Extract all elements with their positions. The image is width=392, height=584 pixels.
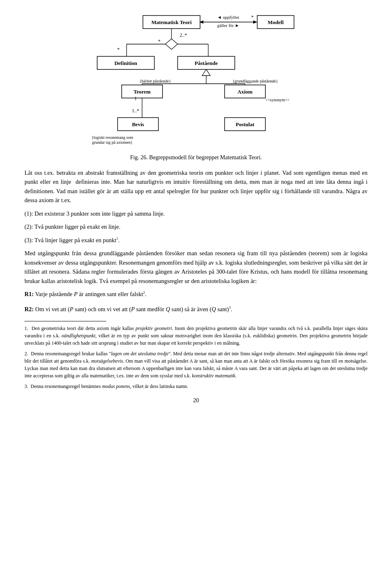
para2: Med utgångspunkt från dessa grundläggand… [24,249,368,285]
footnote-1: 1. Den geometriska teori där detta axiom… [24,325,368,347]
svg-text:1..*: 1..* [132,108,139,114]
footnote-divider [24,321,106,321]
r1-sup: 2 [143,290,145,294]
diagram-container: Matematisk Teori Modell ◄ uppfyller gäll… [24,12,368,147]
svg-text:gäller för ►: gäller för ► [217,23,239,28]
svg-text:<<synonym>>: <<synonym>> [265,98,290,102]
rule-r1: R1: Varje påstående P är antingen sant e… [24,290,368,299]
svg-text:2..*: 2..* [180,32,187,38]
svg-text:Definition: Definition [114,60,137,66]
svg-text:*: * [117,47,120,52]
fig-caption: Fig. 26. Begreppsmodell för begreppet Ma… [24,154,368,161]
svg-text:Bevis: Bevis [132,121,144,127]
r2-sup: 3 [229,305,231,310]
axiom3: (3): Två linjer ligger på exakt en punkt… [24,236,368,245]
footnote-3: 3. Denna resonemangsregel benämnes modus… [24,383,368,390]
axiom2: (2): Två punkter ligger på exakt en linj… [24,222,368,231]
axiom3-sup: 1 [116,236,118,241]
svg-text:Postulat: Postulat [236,121,254,127]
svg-text:1: 1 [134,96,137,101]
svg-marker-11 [165,39,178,49]
svg-text:{logiskt resonemang som: {logiskt resonemang som [91,135,133,140]
page-number: 20 [24,397,368,404]
svg-marker-24 [202,69,210,76]
footnotes: 1. Den geometriska teori där detta axiom… [24,325,368,390]
svg-text:*: * [251,14,254,20]
svg-text:Modell: Modell [268,19,284,25]
body-text: Låt oss t.ex. betrakta en abstrakt frams… [24,168,368,314]
svg-text:{grundläggande påstående}: {grundläggande påstående} [233,79,278,83]
svg-text:grundar sig på axiomen}: grundar sig på axiomen} [92,140,133,145]
axiom1: (1): Det existerar 3 punkter som inte li… [24,209,368,218]
svg-text:*: * [158,38,160,44]
svg-text:Teorem: Teorem [134,89,151,95]
svg-text:Axiom: Axiom [238,89,253,95]
svg-text:Påstående: Påstående [195,60,218,66]
r1-label: R1: [24,291,34,297]
uml-diagram: Matematisk Teori Modell ◄ uppfyller gäll… [29,12,363,147]
svg-text:Matematisk Teori: Matematisk Teori [151,19,192,25]
svg-text:{härlett påstående}: {härlett påstående} [139,79,171,83]
para1: Låt oss t.ex. betrakta en abstrakt frams… [24,168,368,205]
r2-label: R2: [24,306,34,312]
footnote-2: 2. Denna resonemangsregel brukar kallas … [24,350,368,379]
page: Matematisk Teori Modell ◄ uppfyller gäll… [0,0,392,420]
svg-text:◄ uppfyller: ◄ uppfyller [217,15,239,20]
rule-r2: R2: Om vi vet att (P sant) och om vi vet… [24,305,368,314]
svg-marker-6 [253,20,257,24]
